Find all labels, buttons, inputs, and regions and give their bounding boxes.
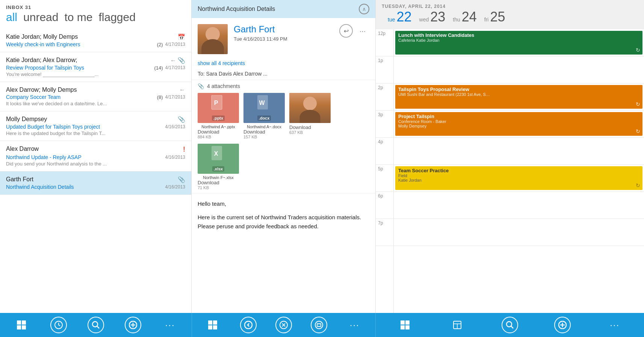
day-name: tue <box>388 17 395 23</box>
calendar-event-soccer[interactable]: Team Soccer Practice Field Katie Jordan … <box>395 166 642 190</box>
more-options-button[interactable]: ··· <box>356 24 369 38</box>
photo-attachment-icon <box>289 93 331 123</box>
email-preview: Here is the updated budget for the Tails… <box>6 131 185 136</box>
email-date: 4/16/2013 <box>165 155 185 160</box>
email-preview: You're welcome! ___________________... <box>6 71 185 77</box>
tb-mid-home-button[interactable] <box>204 317 221 333</box>
download-link[interactable]: Download <box>289 124 331 130</box>
attachments-header: 📎 4 attachments <box>198 83 369 89</box>
attachment-icon: 📎 <box>178 176 185 183</box>
inbox-panel: INBOX 31 all unread to me flagged Katie … <box>0 0 192 313</box>
paperclip-icon: 📎 <box>198 83 204 89</box>
event-subtitle: UMI Sushi Bar and Restaurant (2230 1st A… <box>398 92 639 97</box>
filter-flagged[interactable]: flagged <box>98 11 135 24</box>
list-item[interactable]: Katie Jordan; Alex Darrow; ← 📎 Review Pr… <box>0 52 191 82</box>
attachment-icon: 📎 <box>178 57 185 64</box>
tb-right-add-button[interactable] <box>554 317 571 333</box>
body-text: Here is the current set of Northwind Tra… <box>198 213 369 231</box>
list-item[interactable]: Alex Darrow; Molly Demps ← Company Socce… <box>0 82 191 111</box>
email-sender: Katie Jordan; Alex Darrow; <box>6 57 167 64</box>
tb-right-more-button[interactable]: ··· <box>606 317 623 333</box>
event-subtitle: Conference Room - Baker <box>398 119 639 124</box>
tb-right-home-button[interactable] <box>397 317 413 333</box>
svg-rect-31 <box>401 325 405 329</box>
email-date: 4/17/2013 <box>165 42 185 47</box>
svg-rect-20 <box>213 325 217 329</box>
svg-line-37 <box>511 326 513 328</box>
calendar-day-tue22[interactable]: tue 22 <box>388 9 412 25</box>
reply-icon: ← <box>179 87 185 93</box>
list-item[interactable]: Molly Dempsey 📎 Updated Budget for Tails… <box>0 111 191 141</box>
list-item[interactable]: Garth Fort 📎 Northwind Acquisition Detai… <box>0 172 191 195</box>
email-sender: Alex Darrow; Molly Demps <box>6 87 176 93</box>
tb-right-search-button[interactable] <box>502 317 518 333</box>
svg-rect-17 <box>208 320 212 325</box>
attachment-item[interactable]: Download 637 KB <box>289 93 331 139</box>
list-item[interactable]: Alex Darrow ! Northwind Update - Reply A… <box>0 141 191 172</box>
tb-search-button[interactable] <box>88 317 104 333</box>
collapse-button[interactable]: ∧ <box>359 4 369 14</box>
tb-mail-button[interactable] <box>50 317 67 333</box>
attachment-name: Northwind A~.docx <box>243 124 285 129</box>
tb-mid-more-button[interactable]: ··· <box>346 317 363 333</box>
calendar-day-thu24[interactable]: thu 24 <box>453 9 477 25</box>
day-name: thu <box>453 17 460 23</box>
detail-body: Garth Fort Tue 4/16/2013 11:49 PM ↩ ··· … <box>192 18 375 313</box>
calendar-event-lunch[interactable]: Lunch with Interview Candidates Cafeteri… <box>395 31 642 55</box>
day-name: fri <box>484 17 489 23</box>
download-link[interactable]: Download <box>198 180 239 185</box>
filter-tome[interactable]: to me <box>64 11 92 24</box>
svg-line-13 <box>97 326 99 328</box>
attachment-item[interactable]: X .xlsx Northwin F~.xlsx Download 71 KB <box>198 144 239 190</box>
calendar-day-wed23[interactable]: wed 23 <box>419 9 446 25</box>
attachment-size: 884 KB <box>198 135 239 139</box>
email-preview: Did you send your Northwind analysis to … <box>6 161 185 167</box>
event-row-6p <box>394 192 644 219</box>
tb-more-button[interactable]: ··· <box>162 317 178 333</box>
event-row-4p <box>394 138 644 165</box>
body-greeting: Hello team, <box>198 199 369 208</box>
time-slot-4p: 4p <box>376 138 393 165</box>
event-title: Lunch with Interview Candidates <box>398 32 639 38</box>
email-subject: Weekly check-in with Engineers <box>6 41 154 47</box>
xlsx-icon: X .xlsx <box>198 144 239 174</box>
attachment-item[interactable]: W .docx Northwind A~.docx Download 157 K… <box>243 93 285 139</box>
sender-avatar <box>198 24 228 54</box>
day-name: wed <box>419 17 429 23</box>
tb-add-button[interactable] <box>125 317 141 333</box>
attachments-count: 4 attachments <box>207 83 240 89</box>
event-row-1p <box>394 56 644 83</box>
tb-archive-button[interactable] <box>311 317 327 333</box>
calendar-event-project-tailspin[interactable]: Project Tailspin Conference Room - Baker… <box>395 112 642 136</box>
calendar-event-tailspin-review[interactable]: Tailspin Toys Proposal Review UMI Sushi … <box>395 85 642 109</box>
detail-title: Northwind Acquisition Details <box>198 6 359 12</box>
toolbar-left: ··· <box>0 313 192 337</box>
download-link[interactable]: Download <box>243 129 285 135</box>
filter-all[interactable]: all <box>6 11 17 24</box>
email-detail-panel: Northwind Acquisition Details ∧ Garth Fo… <box>192 0 376 313</box>
list-item[interactable]: Katie Jordan; Molly Demps 📅 Weekly check… <box>0 29 191 52</box>
exclamation-icon: ! <box>183 146 185 153</box>
filter-unread[interactable]: unread <box>23 11 58 24</box>
tb-back-button[interactable] <box>240 317 257 333</box>
events-column: Lunch with Interview Candidates Cafeteri… <box>394 29 644 313</box>
email-date: 4/17/2013 <box>165 94 185 100</box>
email-count: (8) <box>157 94 163 100</box>
download-link[interactable]: Download <box>198 129 239 135</box>
tb-home-button[interactable] <box>13 317 30 333</box>
time-slot-3p: 3p <box>376 111 393 138</box>
show-recipients-link[interactable]: show all 4 recipients <box>192 60 375 69</box>
email-date: 4/16/2013 <box>165 184 185 190</box>
svg-rect-9 <box>17 325 21 329</box>
reply-button[interactable]: ↩ <box>339 24 353 38</box>
event-row-3p: Project Tailspin Conference Room - Baker… <box>394 111 644 138</box>
attachment-item[interactable]: P .pptx Northwind A~.pptx Download 884 K… <box>198 93 239 139</box>
attachment-size: 157 KB <box>243 135 285 139</box>
tb-delete-button[interactable] <box>275 317 292 333</box>
inbox-header: INBOX 31 all unread to me flagged <box>0 0 191 29</box>
attachments-section: 📎 4 attachments P <box>192 80 375 193</box>
svg-rect-26 <box>317 324 321 326</box>
tb-calc-button[interactable] <box>449 317 466 333</box>
calendar-day-fri25[interactable]: fri 25 <box>484 9 505 25</box>
calendar-icon: 📅 <box>178 33 185 41</box>
